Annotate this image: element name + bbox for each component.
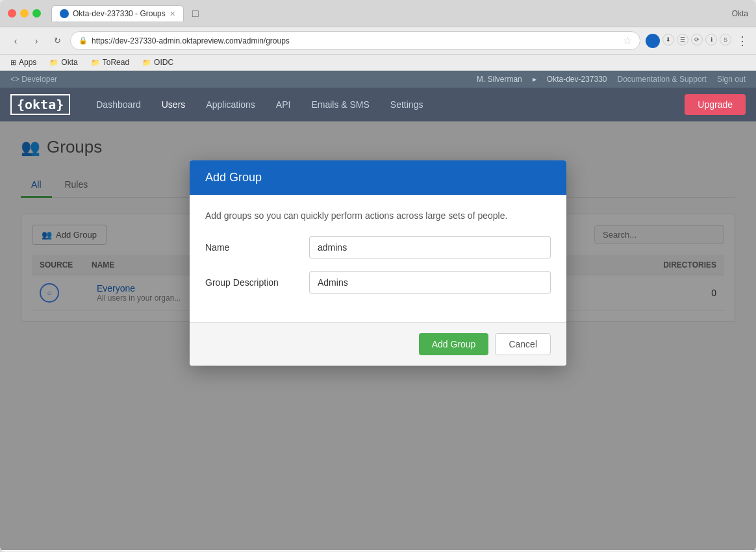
user-name: M. Silverman (477, 75, 522, 84)
description-input[interactable] (309, 271, 551, 294)
browser-titlebar: Okta-dev-237330 - Groups ✕ □ Okta (0, 0, 756, 27)
bookmark-oidc-label: OIDC (154, 58, 173, 67)
name-input[interactable] (309, 236, 551, 258)
url-bar[interactable]: 🔒 https://dev-237330-admin.oktapreview.c… (70, 31, 640, 50)
okta-extension-icon[interactable] (646, 34, 660, 48)
new-tab-button[interactable]: □ (186, 6, 205, 21)
folder-icon-3: 📁 (142, 58, 151, 67)
bookmark-toread-label: ToRead (103, 58, 129, 67)
page-content: 👥 Groups All Rules 👥 Add Group Sour (0, 121, 756, 550)
browser-toolbar-icons: ⬇ ☰ ⟳ ℹ S (646, 34, 731, 48)
nav-settings[interactable]: Settings (380, 88, 434, 121)
modal-footer: Add Group Cancel (190, 322, 566, 366)
name-field-group: Name (205, 236, 551, 258)
main-nav: {okta} Dashboard Users Applications API … (0, 88, 756, 121)
bookmarks-bar: ⊞ Apps 📁 Okta 📁 ToRead 📁 OIDC (0, 55, 756, 71)
app-content: <> Developer M. Silverman ▸ Okta-dev-237… (0, 71, 756, 551)
back-button[interactable]: ‹ (8, 33, 23, 49)
extension-icon-5[interactable]: S (720, 34, 731, 45)
folder-icon-2: 📁 (91, 58, 100, 67)
separator: ▸ (533, 75, 536, 84)
apps-icon: ⊞ (10, 58, 16, 67)
window-title: Okta (732, 9, 748, 18)
minimize-button[interactable] (20, 9, 29, 18)
forward-button[interactable]: › (29, 33, 44, 49)
active-tab[interactable]: Okta-dev-237330 - Groups ✕ (51, 5, 184, 21)
close-button[interactable] (8, 9, 16, 18)
bookmark-okta[interactable]: 📁 Okta (47, 56, 80, 68)
tab-favicon (60, 9, 69, 18)
tab-bar: Okta-dev-237330 - Groups ✕ □ (51, 5, 727, 21)
description-field-label: Group Description (205, 277, 309, 288)
signout-link[interactable]: Sign out (717, 75, 746, 84)
browser-frame: Okta-dev-237330 - Groups ✕ □ Okta ‹ › ↻ … (0, 0, 756, 552)
bookmark-oidc[interactable]: 📁 OIDC (140, 56, 176, 68)
bookmark-toread[interactable]: 📁 ToRead (88, 56, 132, 68)
extension-icon-4[interactable]: ℹ (705, 34, 717, 45)
modal-description: Add groups so you can quickly perform ac… (205, 210, 551, 221)
nav-applications[interactable]: Applications (195, 88, 266, 121)
url-text: https://dev-237330-admin.oktapreview.com… (92, 36, 290, 45)
modal-body: Add groups so you can quickly perform ac… (190, 195, 566, 322)
extension-icon-2[interactable]: ☰ (677, 34, 688, 45)
upgrade-button[interactable]: Upgrade (685, 94, 746, 115)
secure-icon: 🔒 (79, 36, 88, 45)
extension-icon-1[interactable]: ⬇ (662, 34, 674, 45)
tab-title: Okta-dev-237330 - Groups (73, 9, 166, 18)
org-name: Okta-dev-237330 (547, 75, 607, 84)
modal-overlay: Add Group Add groups so you can quickly … (0, 121, 756, 550)
nav-emails-sms[interactable]: Emails & SMS (301, 88, 379, 121)
name-field-label: Name (205, 242, 309, 253)
modal-cancel-button[interactable]: Cancel (495, 333, 551, 355)
bookmark-okta-label: Okta (61, 58, 77, 67)
modal-add-group-button[interactable]: Add Group (419, 333, 489, 355)
bookmark-star[interactable]: ☆ (623, 34, 632, 47)
folder-icon: 📁 (49, 58, 58, 67)
okta-logo[interactable]: {okta} (10, 94, 70, 115)
chrome-menu-button[interactable]: ⋮ (737, 34, 748, 48)
traffic-lights (8, 9, 41, 18)
description-field-group: Group Description (205, 271, 551, 294)
dev-bar: <> Developer M. Silverman ▸ Okta-dev-237… (0, 71, 756, 88)
refresh-button[interactable]: ↻ (49, 33, 65, 49)
tab-close-button[interactable]: ✕ (170, 10, 175, 18)
address-bar: ‹ › ↻ 🔒 https://dev-237330-admin.oktapre… (0, 27, 756, 55)
nav-dashboard[interactable]: Dashboard (86, 88, 151, 121)
maximize-button[interactable] (32, 9, 41, 18)
modal-title: Add Group (205, 171, 551, 184)
bookmark-apps-label: Apps (19, 58, 36, 67)
extension-icon-3[interactable]: ⟳ (691, 34, 703, 45)
bookmark-apps[interactable]: ⊞ Apps (8, 56, 39, 68)
doc-support-link[interactable]: Documentation & Support (618, 75, 707, 84)
add-group-modal: Add Group Add groups so you can quickly … (190, 160, 566, 366)
modal-header: Add Group (190, 160, 566, 195)
developer-label: <> Developer (10, 75, 57, 84)
nav-users[interactable]: Users (151, 88, 196, 121)
nav-api[interactable]: API (266, 88, 301, 121)
